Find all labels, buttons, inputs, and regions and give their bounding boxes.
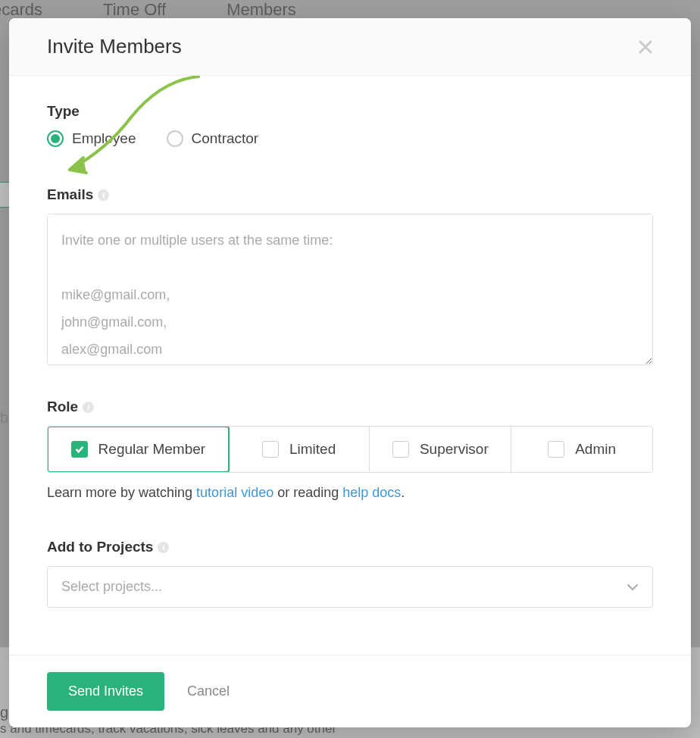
type-label: Type bbox=[47, 103, 653, 120]
emails-section: Emails i bbox=[47, 186, 653, 368]
role-cell-label: Admin bbox=[575, 441, 616, 458]
chevron-down-icon bbox=[627, 581, 639, 593]
modal-header: Invite Members bbox=[9, 18, 691, 76]
projects-section: Add to Projects i Select projects... bbox=[47, 539, 653, 608]
role-admin[interactable]: Admin bbox=[511, 427, 652, 472]
modal-title: Invite Members bbox=[47, 35, 182, 58]
emails-label: Emails i bbox=[47, 186, 653, 203]
projects-label: Add to Projects i bbox=[47, 539, 653, 555]
cancel-button[interactable]: Cancel bbox=[187, 683, 230, 699]
annotation-arrow-icon bbox=[55, 76, 206, 179]
help-text: Learn more by watching tutorial video or… bbox=[47, 485, 653, 501]
checkbox-icon bbox=[548, 441, 564, 458]
role-regular-member[interactable]: Regular Member bbox=[47, 426, 230, 473]
tutorial-video-link[interactable]: tutorial video bbox=[196, 485, 273, 500]
projects-select[interactable]: Select projects... bbox=[47, 566, 653, 608]
role-cell-label: Regular Member bbox=[98, 441, 206, 458]
radio-contractor[interactable]: Contractor bbox=[167, 130, 259, 147]
role-limited[interactable]: Limited bbox=[229, 427, 370, 472]
close-icon[interactable] bbox=[638, 39, 653, 55]
radio-label: Employee bbox=[72, 130, 136, 147]
checkbox-icon bbox=[71, 441, 88, 458]
role-cell-label: Limited bbox=[289, 441, 336, 458]
info-icon[interactable]: i bbox=[158, 542, 169, 553]
emails-textarea[interactable] bbox=[47, 214, 653, 365]
help-docs-link[interactable]: help docs bbox=[342, 485, 401, 500]
radio-employee[interactable]: Employee bbox=[47, 130, 136, 147]
invite-members-modal: Invite Members Type Employee Contractor bbox=[9, 18, 691, 727]
projects-placeholder: Select projects... bbox=[61, 579, 162, 595]
role-section: Role i Regular Member Limited bbox=[47, 399, 653, 501]
role-label: Role i bbox=[47, 399, 653, 415]
radio-label: Contractor bbox=[192, 130, 259, 147]
type-radio-group: Employee Contractor bbox=[47, 130, 653, 147]
send-invites-button[interactable]: Send Invites bbox=[47, 672, 164, 711]
modal-body: Type Employee Contractor Emails i Role i bbox=[9, 76, 691, 655]
role-grid: Regular Member Limited Supervisor bbox=[47, 426, 653, 473]
modal-footer: Send Invites Cancel bbox=[9, 655, 691, 727]
info-icon[interactable]: i bbox=[83, 402, 94, 413]
radio-icon bbox=[47, 130, 64, 147]
role-supervisor[interactable]: Supervisor bbox=[370, 427, 511, 472]
radio-icon bbox=[167, 130, 183, 147]
info-icon[interactable]: i bbox=[98, 189, 109, 201]
role-cell-label: Supervisor bbox=[420, 441, 489, 458]
checkbox-icon bbox=[392, 441, 409, 458]
checkbox-icon bbox=[262, 441, 279, 458]
